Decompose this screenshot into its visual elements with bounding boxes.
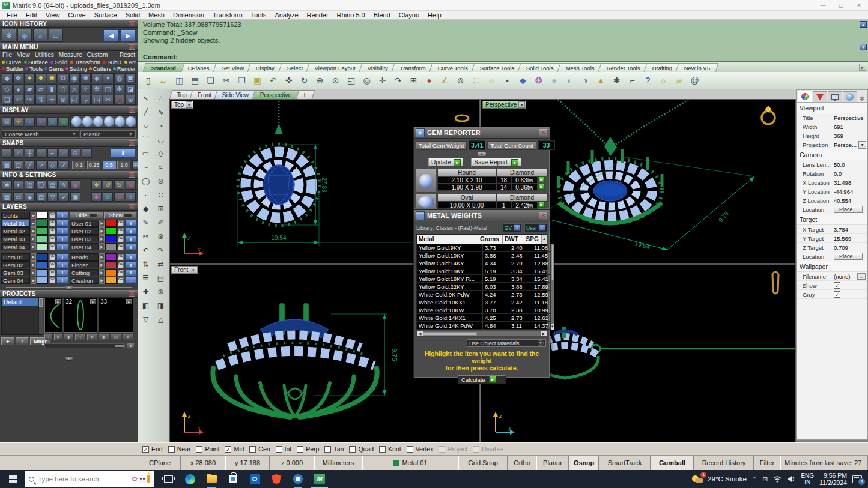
point-icon[interactable]: · — [138, 188, 153, 202]
half-right-icon[interactable]: ◨ — [153, 298, 168, 312]
main-menu-file[interactable]: File — [2, 52, 12, 58]
close-icon[interactable]: ✕ — [129, 291, 135, 297]
checkbox[interactable] — [349, 446, 356, 453]
snap-near-icon[interactable]: ↱ — [13, 148, 23, 158]
thumbnail-scrollbar[interactable] — [44, 343, 125, 348]
back-arrow-icon[interactable]: ◀ — [103, 29, 119, 41]
metal-row-yellow-gold-9ky[interactable]: Yellow Gold:9KY3.732.4011.08 — [417, 244, 551, 252]
project-list[interactable]: Default — [1, 298, 43, 335]
triangle-down-icon[interactable]: ▽ — [138, 312, 153, 326]
main-menu-header[interactable]: MAIN MENU✕ — [0, 43, 138, 51]
main-menu-item-art[interactable]: Art — [124, 59, 136, 65]
menu-view[interactable]: View — [41, 11, 64, 19]
metal-row-white-gold-14kx1[interactable]: White Gold:14KX14.252.7312.61 — [417, 314, 551, 322]
store-button[interactable] — [222, 470, 244, 488]
calculate-button[interactable]: Calculate▶ — [458, 375, 506, 384]
layer-name[interactable]: Finger — [70, 261, 99, 268]
layer-lock-icon[interactable] — [49, 220, 56, 227]
osnap-mid[interactable]: ✓Mid — [225, 445, 244, 453]
main-menu-measure[interactable]: Measure — [59, 52, 82, 58]
block-tool-icon[interactable]: ▮ — [47, 84, 58, 94]
layer-expand-icon[interactable]: ▶ — [99, 277, 105, 284]
render-car-icon[interactable]: ♦ — [422, 73, 436, 88]
project-list-item[interactable]: Default — [2, 298, 38, 306]
freeform-curve-icon[interactable]: ∿ — [153, 105, 168, 119]
user-toggle[interactable]: UserI — [524, 223, 547, 232]
property-value[interactable]: Perspe... — [834, 142, 858, 148]
osnap-quad[interactable]: Quad — [349, 445, 374, 453]
property-value[interactable]: 15.569 — [834, 235, 867, 242]
gem-on-curve-icon[interactable]: ❖ — [13, 73, 24, 83]
osnap-disable[interactable]: Disable — [473, 445, 503, 453]
crop-tr-icon[interactable]: ◳ — [91, 95, 102, 105]
layer-expand-icon[interactable]: ▶ — [31, 235, 37, 242]
undo-icon[interactable]: ↶ — [266, 73, 280, 88]
block-outline-icon[interactable]: ▯ — [58, 84, 68, 94]
ring-tool-icon[interactable]: ◯ — [114, 95, 125, 105]
gem-row-button[interactable]: ▶ — [538, 184, 545, 190]
forward-arrow-icon[interactable]: ▶ — [120, 29, 136, 41]
tab-display[interactable] — [828, 91, 842, 102]
place-button[interactable]: Place... — [834, 253, 863, 260]
scroll-up-icon[interactable]: ▲ — [860, 21, 867, 28]
collapse-icon[interactable]: ▲ — [478, 152, 486, 156]
cut-tool-icon[interactable]: ✂ — [103, 95, 114, 105]
target-tool-icon[interactable]: ⊚ — [125, 95, 136, 105]
table-vertical-scrollbar[interactable]: ▼ — [551, 244, 554, 330]
checkbox[interactable] — [473, 446, 479, 453]
layer-lock-icon[interactable] — [117, 277, 124, 284]
box-tool-icon[interactable]: ❏ — [2, 95, 13, 105]
crop-br-icon[interactable]: ◲ — [80, 95, 91, 105]
layer-expand-icon[interactable]: ▶ — [31, 212, 37, 219]
figure-red-icon[interactable]: ❁ — [114, 192, 124, 202]
gem-outline-icon[interactable]: ◇ — [2, 84, 13, 94]
action-center-icon[interactable]: 3 — [852, 475, 862, 483]
undo-tool-icon[interactable]: ↶ — [13, 95, 24, 105]
layer-name[interactable]: Gem 03 — [1, 269, 30, 276]
show-button[interactable]: Show — [104, 212, 138, 219]
chevron-down-icon[interactable]: ▼ — [518, 101, 525, 108]
main-menu-item-surface[interactable]: Surface — [24, 59, 48, 65]
layer-color-swatch[interactable] — [37, 227, 48, 235]
menu-blend[interactable]: Blend — [369, 11, 395, 19]
main-menu-item-subd[interactable]: SubD — [103, 59, 121, 65]
cabinet-tool-icon[interactable]: ◫ — [103, 84, 114, 94]
snap-step-0-5[interactable]: 0.5 — [102, 161, 116, 169]
snap-mid-icon[interactable]: — — [82, 148, 92, 158]
redo-tool-icon[interactable]: ↷ — [24, 95, 35, 105]
metal-weights-titlebar[interactable]: METAL WEIGHTS ✕ — [414, 210, 550, 221]
layer-name[interactable]: Heads — [70, 253, 99, 261]
main-menu-utilities[interactable]: Utilities — [35, 52, 54, 58]
menu-curve[interactable]: Curve — [64, 11, 90, 19]
layer-visibility-toggle[interactable]: ○ — [125, 277, 137, 284]
checkbox[interactable] — [168, 446, 175, 453]
center-snap-icon[interactable]: ⊙ — [153, 174, 168, 188]
checkbox[interactable]: ✓ — [225, 446, 231, 453]
layer-visibility-toggle[interactable]: I — [56, 212, 68, 219]
search-input[interactable] — [38, 475, 105, 483]
viewport-tab-side-view[interactable]: Side View — [214, 90, 257, 99]
points-set-icon[interactable]: ∴ — [153, 91, 168, 105]
main-menu-item-gems[interactable]: Gems — [44, 65, 64, 72]
projects-header[interactable]: PROJECTS✕ — [0, 290, 138, 298]
gem-solid-icon[interactable]: ♦ — [13, 84, 24, 94]
book-icon[interactable]: ▤ — [36, 192, 46, 202]
layer-lock-icon[interactable] — [117, 269, 124, 276]
property-value[interactable]: 31.498 — [834, 179, 867, 186]
pencil-icon[interactable]: ✎ — [138, 215, 153, 229]
gem-row[interactable]: 2.10 X 2.10180.63tw▶ — [437, 176, 548, 184]
clock[interactable]: 9:56 PM11/2/2024 — [819, 472, 847, 486]
bell-alert-icon[interactable]: ❖ — [91, 180, 102, 190]
metal-row-yellow-gold-18ky-r[interactable]: Yellow Gold:18KY R...5.193.3415.41 — [417, 275, 551, 283]
checkbox[interactable] — [276, 446, 282, 453]
layer-visibility-toggle[interactable]: I — [125, 235, 137, 242]
layer-lock-icon[interactable] — [49, 269, 56, 276]
command-prompt[interactable]: Command: — [138, 52, 868, 61]
layer-name[interactable]: Metal 03 — [1, 235, 30, 242]
sparkle-tool-icon[interactable]: ✧ — [80, 84, 91, 94]
gem-row-button[interactable]: ▶ — [538, 202, 545, 208]
layer-name[interactable]: User 02 — [70, 227, 99, 235]
status-filter[interactable]: Filter — [754, 456, 780, 470]
print-icon[interactable]: ▤ — [188, 73, 202, 88]
delete-thumb-icon[interactable]: ✕ — [123, 334, 133, 340]
